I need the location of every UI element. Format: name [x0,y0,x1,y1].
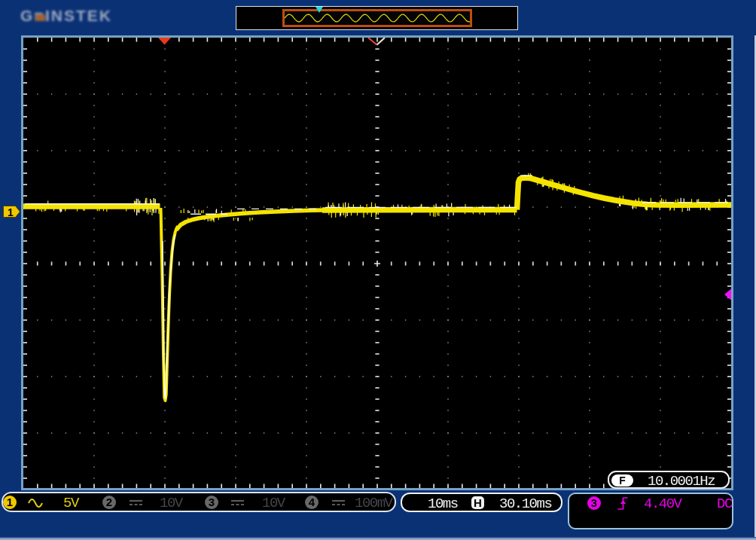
svg-text:1: 1 [8,206,14,218]
